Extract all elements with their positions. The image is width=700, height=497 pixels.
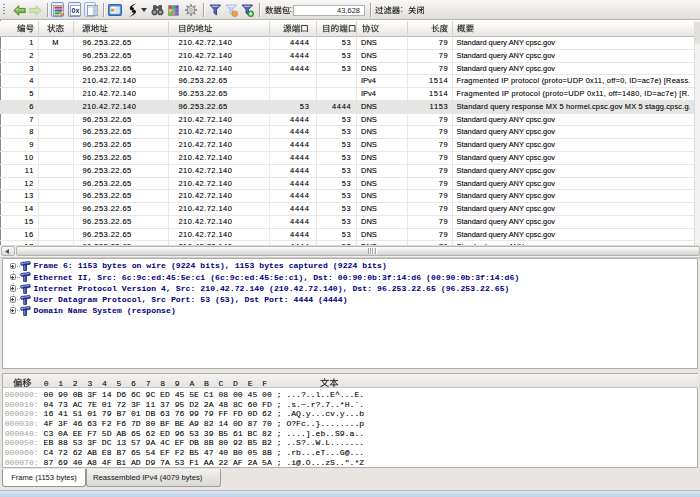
svg-text:0x: 0x [72,7,80,14]
